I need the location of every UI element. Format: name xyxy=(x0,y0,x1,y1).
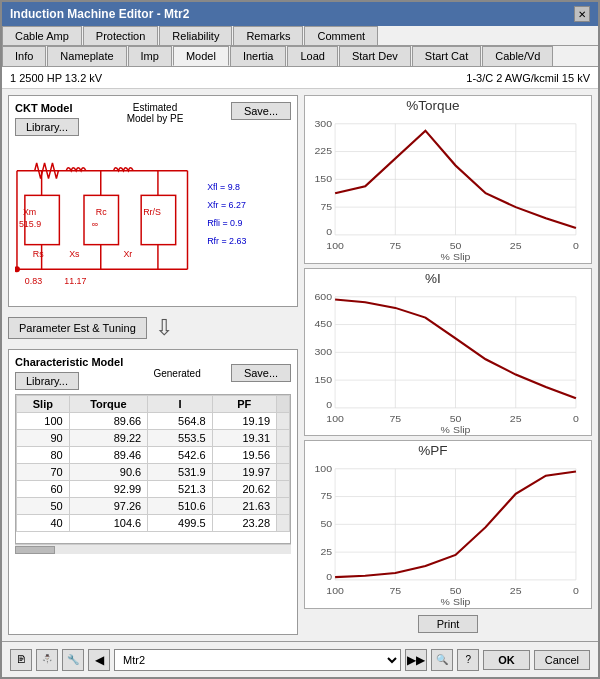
ckt-library-button[interactable]: Library... xyxy=(15,118,79,136)
tab-model[interactable]: Model xyxy=(173,46,229,66)
tab-remarks[interactable]: Remarks xyxy=(233,26,303,45)
col-slip: Slip xyxy=(17,396,70,413)
svg-text:%PF: %PF xyxy=(418,444,447,458)
ok-button[interactable]: OK xyxy=(483,650,530,670)
table-row: 40104.6499.523.28 xyxy=(17,515,290,532)
bottom-bar: 🖹 ⛄ 🔧 ◀ Mtr2 ▶▶ 🔍 ? OK Cancel xyxy=(2,641,598,677)
nav-forward-button[interactable]: ▶▶ xyxy=(405,649,427,671)
svg-rect-24 xyxy=(141,195,176,244)
table-row: 9089.22553.519.31 xyxy=(17,430,290,447)
window-title: Induction Machine Editor - Mtr2 xyxy=(10,7,189,21)
svg-text:75: 75 xyxy=(389,585,401,596)
right-panel: %Torque 300 225 150 75 0 xyxy=(304,95,592,635)
svg-text:50: 50 xyxy=(450,413,462,424)
tab-nameplate[interactable]: Nameplate xyxy=(47,46,126,66)
svg-text:0: 0 xyxy=(573,240,579,251)
table-row: 7090.6531.919.97 xyxy=(17,464,290,481)
info-right: 1-3/C 2 AWG/kcmil 15 kV xyxy=(466,72,590,84)
toolbar-icon-2[interactable]: ⛄ xyxy=(36,649,58,671)
svg-text:Rr/S: Rr/S xyxy=(143,207,161,217)
circuit-svg: Rs Xs Xr 0.83 11.17 Xm 515.9 Rc ∞ Rr/S xyxy=(15,140,291,300)
char-save-button[interactable]: Save... xyxy=(231,364,291,382)
close-button[interactable]: ✕ xyxy=(574,6,590,22)
svg-text:Rfli = 0.9: Rfli = 0.9 xyxy=(207,218,242,228)
tab-inertia[interactable]: Inertia xyxy=(230,46,287,66)
svg-text:0: 0 xyxy=(326,572,332,583)
char-model-left: Characteristic Model Library... xyxy=(15,356,123,390)
current-svg: %I 600 450 300 150 0 100 xyxy=(305,269,591,436)
tab-protection[interactable]: Protection xyxy=(83,26,159,45)
torque-svg: %Torque 300 225 150 75 0 xyxy=(305,96,591,263)
svg-text:∞: ∞ xyxy=(92,219,98,229)
svg-text:225: 225 xyxy=(315,146,333,157)
svg-text:0: 0 xyxy=(573,413,579,424)
circuit-diagram: Rs Xs Xr 0.83 11.17 Xm 515.9 Rc ∞ Rr/S xyxy=(15,140,291,300)
toolbar-icon-4[interactable]: 🔍 xyxy=(431,649,453,671)
ckt-save-button[interactable]: Save... xyxy=(231,102,291,120)
svg-text:100: 100 xyxy=(326,240,344,251)
svg-text:Xr: Xr xyxy=(123,249,132,259)
device-selector[interactable]: Mtr2 xyxy=(114,649,401,671)
svg-text:25: 25 xyxy=(510,240,522,251)
svg-text:11.17: 11.17 xyxy=(64,276,86,286)
svg-text:100: 100 xyxy=(326,413,344,424)
data-table-wrapper[interactable]: Slip Torque I PF 10089.66564.819.199089.… xyxy=(15,394,291,544)
svg-text:100: 100 xyxy=(315,463,333,474)
svg-text:75: 75 xyxy=(320,201,332,212)
nav-back-button[interactable]: ◀ xyxy=(88,649,110,671)
svg-text:150: 150 xyxy=(315,173,333,184)
table-row: 8089.46542.619.56 xyxy=(17,447,290,464)
toolbar-icon-3[interactable]: 🔧 xyxy=(62,649,84,671)
info-bar: 1 2500 HP 13.2 kV 1-3/C 2 AWG/kcmil 15 k… xyxy=(2,67,598,89)
svg-point-27 xyxy=(15,266,20,272)
tab-imp[interactable]: Imp xyxy=(128,46,172,66)
estimated-label: Estimated xyxy=(127,102,184,113)
toolbar-icon-1[interactable]: 🖹 xyxy=(10,649,32,671)
table-row: 6092.99521.320.62 xyxy=(17,481,290,498)
ckt-model-left: CKT Model Library... xyxy=(15,102,79,136)
torque-chart: %Torque 300 225 150 75 0 xyxy=(304,95,592,264)
tab-info[interactable]: Info xyxy=(2,46,46,66)
svg-text:%I: %I xyxy=(425,271,441,285)
tab-comment[interactable]: Comment xyxy=(304,26,378,45)
ckt-model-section: CKT Model Library... Estimated Model by … xyxy=(8,95,298,307)
svg-text:600: 600 xyxy=(315,291,333,302)
svg-text:75: 75 xyxy=(389,240,401,251)
down-arrow-icon: ⇩ xyxy=(155,315,173,341)
svg-text:%Torque: %Torque xyxy=(406,98,459,112)
generated-label: Generated xyxy=(153,368,200,379)
svg-text:515.9: 515.9 xyxy=(19,219,41,229)
tab-load[interactable]: Load xyxy=(287,46,337,66)
cancel-button[interactable]: Cancel xyxy=(534,650,590,670)
tab-row-2: Info Nameplate Imp Model Inertia Load St… xyxy=(2,46,598,67)
svg-text:Rfr = 2.63: Rfr = 2.63 xyxy=(207,236,246,246)
svg-text:% Slip: % Slip xyxy=(441,424,471,435)
svg-text:Xfr = 6.27: Xfr = 6.27 xyxy=(207,200,246,210)
svg-rect-21 xyxy=(84,195,119,244)
char-model-section: Characteristic Model Library... Generate… xyxy=(8,349,298,635)
tab-start-dev[interactable]: Start Dev xyxy=(339,46,411,66)
char-model-header: Characteristic Model Library... Generate… xyxy=(15,356,291,390)
svg-text:300: 300 xyxy=(315,346,333,357)
toolbar-icon-help[interactable]: ? xyxy=(457,649,479,671)
tab-start-cat[interactable]: Start Cat xyxy=(412,46,481,66)
tab-reliability[interactable]: Reliability xyxy=(159,26,232,45)
horizontal-scrollbar[interactable] xyxy=(15,544,291,554)
svg-text:150: 150 xyxy=(315,374,333,385)
print-button[interactable]: Print xyxy=(418,615,478,633)
table-row: 5097.26510.621.63 xyxy=(17,498,290,515)
current-chart: %I 600 450 300 150 0 100 xyxy=(304,268,592,437)
char-library-button[interactable]: Library... xyxy=(15,372,79,390)
col-spacer xyxy=(277,396,290,413)
main-content: CKT Model Library... Estimated Model by … xyxy=(2,89,598,641)
param-est-button[interactable]: Parameter Est & Tuning xyxy=(8,317,147,339)
pf-svg: %PF 100 75 50 25 0 100 xyxy=(305,441,591,608)
scrollbar-thumb[interactable] xyxy=(15,546,55,554)
char-model-title: Characteristic Model xyxy=(15,356,123,368)
print-row: Print xyxy=(304,613,592,635)
tab-cable-vd[interactable]: Cable/Vd xyxy=(482,46,553,66)
svg-text:25: 25 xyxy=(510,413,522,424)
col-pf: PF xyxy=(212,396,276,413)
svg-text:% Slip: % Slip xyxy=(441,251,471,262)
tab-cable-amp[interactable]: Cable Amp xyxy=(2,26,82,45)
